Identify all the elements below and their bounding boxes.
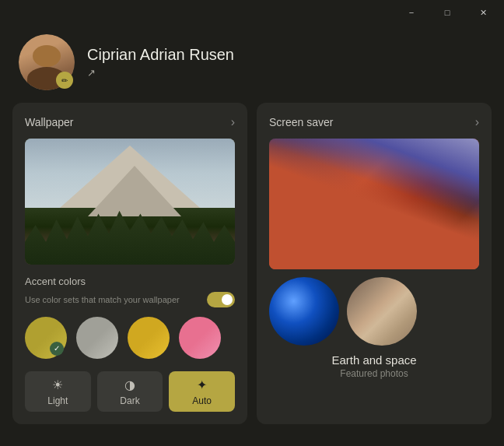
dark-theme-button[interactable]: ◑ Dark [97,371,163,412]
theme-buttons: ☀ Light ◑ Dark ✦ Auto [25,371,235,412]
accent-toggle[interactable] [207,292,235,307]
wallpaper-chevron-icon[interactable]: › [231,115,235,129]
screensaver-main-preview[interactable] [269,139,479,269]
accent-colors-label: Accent colors [25,276,235,287]
auto-icon: ✦ [197,378,207,392]
screensaver-info: Earth and space Featured photos [269,353,479,379]
accent-sub-label: Use color sets that match your wallpaper [25,292,235,307]
header: ✏ Ciprian Adrian Rusen ↗ [0,25,504,103]
screensaver-chevron-icon[interactable]: › [475,115,479,129]
screensaver-title: Screen saver [269,116,333,128]
screensaver-collection-subtitle: Featured photos [269,368,479,379]
screensaver-card: Screen saver › Earth and space Featured … [257,103,492,424]
avatar-wrap: ✏ [19,34,75,90]
avatar-edit-button[interactable]: ✏ [56,72,73,89]
swatch-gray[interactable] [76,317,118,359]
wallpaper-card: Wallpaper › Accent colors Use color sets… [12,103,247,424]
light-label: Light [47,395,68,406]
user-info: Ciprian Adrian Rusen ↗ [87,46,234,79]
auto-label: Auto [192,395,212,406]
dark-label: Dark [120,395,139,406]
swatch-pink[interactable] [179,317,221,359]
screensaver-thumb-1[interactable] [269,277,339,346]
color-swatches [25,317,235,359]
light-theme-button[interactable]: ☀ Light [25,371,91,412]
titlebar: − □ ✕ [0,0,504,25]
swatch-olive[interactable] [25,317,67,359]
wallpaper-preview[interactable] [25,139,235,265]
wallpaper-title: Wallpaper [25,116,74,128]
minimize-button[interactable]: − [394,0,429,25]
maximize-button[interactable]: □ [429,0,465,25]
user-name: Ciprian Adrian Rusen [87,46,234,64]
screensaver-thumbnails [269,277,479,346]
auto-theme-button[interactable]: ✦ Auto [169,371,235,412]
close-button[interactable]: ✕ [465,0,501,25]
dark-icon: ◑ [124,378,135,392]
screensaver-collection-title: Earth and space [269,353,479,367]
wallpaper-card-header: Wallpaper › [25,115,235,129]
main-content: Wallpaper › Accent colors Use color sets… [0,103,504,424]
light-icon: ☀ [52,378,63,392]
screensaver-thumb-2[interactable] [347,277,417,346]
user-link[interactable]: ↗ [87,67,234,79]
edit-icon: ✏ [61,76,68,85]
screensaver-card-header: Screen saver › [269,115,479,129]
external-link-icon: ↗ [87,67,96,79]
swatch-yellow[interactable] [128,317,170,359]
